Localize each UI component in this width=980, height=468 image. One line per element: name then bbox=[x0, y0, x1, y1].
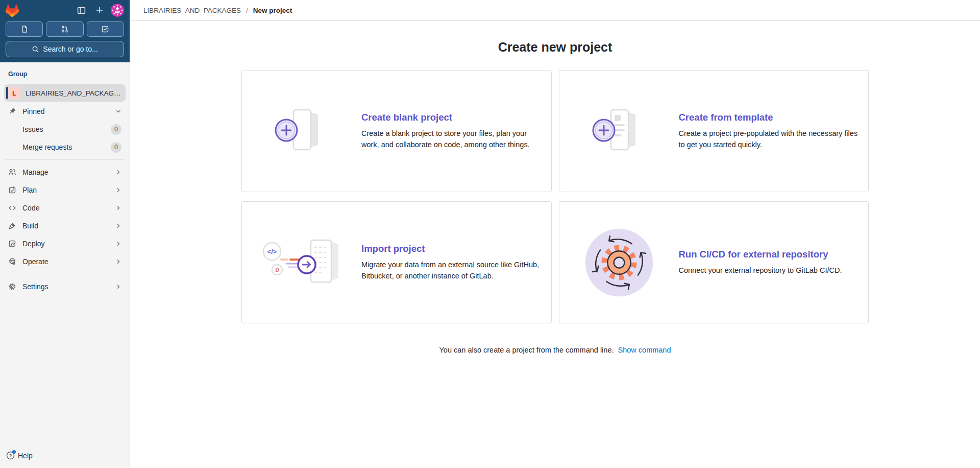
pin-icon bbox=[8, 107, 16, 115]
gitlab-logo[interactable] bbox=[6, 4, 19, 17]
code-icon bbox=[8, 204, 16, 212]
issues-count-badge: 0 bbox=[111, 124, 121, 135]
merge-requests-count-badge: 0 bbox=[111, 142, 121, 153]
help-button[interactable]: ? Help bbox=[6, 451, 33, 460]
help-icon: ? bbox=[6, 451, 15, 460]
svg-text:D: D bbox=[275, 267, 279, 273]
breadcrumb-group-link[interactable]: LIBRAIRIES_AND_PACKAGES bbox=[143, 7, 241, 14]
todo-list-shortcut-button[interactable] bbox=[87, 21, 124, 37]
sidebar-item-code[interactable]: Code bbox=[4, 200, 126, 216]
sidebar-divider bbox=[5, 159, 125, 160]
create-blank-project-link[interactable]: Create blank project bbox=[361, 112, 541, 123]
breadcrumb-current-page: New project bbox=[253, 7, 292, 14]
chevron-right-icon bbox=[115, 205, 121, 211]
sidebar-toggle-icon[interactable] bbox=[74, 3, 88, 17]
merge-request-icon bbox=[61, 25, 69, 33]
operate-globe-icon bbox=[8, 258, 16, 266]
create-new-plus-icon[interactable] bbox=[92, 3, 107, 17]
create-from-template-link[interactable]: Create from template bbox=[679, 112, 859, 123]
run-cicd-link[interactable]: Run CI/CD for external repository bbox=[679, 249, 859, 260]
chevron-right-icon bbox=[115, 223, 121, 229]
group-name: LIBRAIRIES_AND_PACKAGES bbox=[26, 89, 121, 97]
create-blank-project-card[interactable]: Create blank project Create a blank proj… bbox=[241, 70, 552, 192]
sidebar-item-issues[interactable]: Issues 0 bbox=[4, 121, 126, 137]
cicd-illustration-icon bbox=[559, 226, 679, 299]
chevron-right-icon bbox=[115, 241, 121, 247]
sidebar-item-plan[interactable]: Plan bbox=[4, 182, 126, 198]
show-command-link[interactable]: Show command bbox=[618, 346, 671, 354]
run-cicd-card[interactable]: Run CI/CD for external repository Connec… bbox=[559, 201, 869, 323]
sidebar-divider bbox=[5, 274, 125, 274]
sidebar-header: Search or go to... bbox=[0, 0, 130, 62]
chevron-right-icon bbox=[115, 187, 121, 193]
sidebar-item-operate[interactable]: Operate bbox=[4, 253, 126, 270]
svg-text:</>: </> bbox=[267, 248, 277, 255]
sidebar-item-group[interactable]: L LIBRAIRIES_AND_PACKAGES bbox=[4, 84, 126, 102]
sidebar-item-pinned[interactable]: Pinned bbox=[4, 103, 126, 120]
deploy-icon bbox=[8, 240, 16, 248]
main-content: LIBRAIRIES_AND_PACKAGES / New project Cr… bbox=[130, 0, 980, 468]
help-label: Help bbox=[18, 452, 33, 460]
search-placeholder: Search or go to... bbox=[43, 45, 97, 53]
sidebar-item-merge-requests[interactable]: Merge requests 0 bbox=[4, 139, 126, 155]
help-notification-dot bbox=[12, 450, 16, 454]
create-blank-project-description: Create a blank project to store your fil… bbox=[361, 128, 541, 151]
search-input[interactable]: Search or go to... bbox=[6, 41, 124, 57]
create-from-template-card[interactable]: Create from template Create a project pr… bbox=[559, 70, 869, 192]
blank-project-illustration-icon bbox=[242, 107, 361, 156]
create-from-template-description: Create a project pre-populated with the … bbox=[679, 128, 859, 151]
merge-requests-shortcut-button[interactable] bbox=[46, 21, 83, 37]
import-project-description: Migrate your data from an external sourc… bbox=[361, 260, 541, 282]
breadcrumb-separator: / bbox=[246, 7, 248, 14]
breadcrumb: LIBRAIRIES_AND_PACKAGES / New project bbox=[130, 0, 980, 21]
chevron-right-icon bbox=[115, 169, 121, 175]
pinned-label: Pinned bbox=[22, 107, 115, 115]
rocket-icon bbox=[8, 222, 16, 230]
chevron-right-icon bbox=[115, 284, 121, 290]
project-options-grid: Create blank project Create a blank proj… bbox=[241, 70, 869, 323]
sidebar-item-manage[interactable]: Manage bbox=[4, 164, 126, 180]
chevron-right-icon bbox=[115, 259, 121, 265]
page-title: Create new project bbox=[130, 39, 980, 55]
calendar-icon bbox=[8, 186, 16, 194]
import-project-card[interactable]: </> D Import project Migrate your data f… bbox=[241, 201, 552, 323]
chevron-down-icon bbox=[115, 108, 121, 114]
sidebar-item-settings[interactable]: Settings bbox=[4, 278, 126, 295]
issue-document-icon bbox=[20, 25, 29, 33]
search-icon bbox=[32, 45, 39, 53]
sidebar-item-build[interactable]: Build bbox=[4, 218, 126, 234]
users-icon bbox=[8, 168, 16, 176]
import-project-link[interactable]: Import project bbox=[361, 243, 541, 254]
gear-icon bbox=[8, 283, 16, 291]
user-avatar[interactable] bbox=[111, 4, 124, 17]
issues-shortcut-button[interactable] bbox=[6, 21, 43, 37]
import-illustration-icon: </> D bbox=[242, 237, 361, 288]
command-line-hint: You can also create a project from the c… bbox=[130, 346, 980, 354]
command-line-text: You can also create a project from the c… bbox=[439, 346, 614, 354]
run-cicd-description: Connect your external repository to GitL… bbox=[679, 265, 859, 276]
sidebar-item-deploy[interactable]: Deploy bbox=[4, 236, 126, 252]
svg-text:?: ? bbox=[9, 453, 12, 458]
super-sidebar: Search or go to... Group L LIBRAIRIES_AN… bbox=[0, 0, 130, 468]
context-section-label: Group bbox=[0, 64, 130, 83]
template-illustration-icon bbox=[559, 107, 679, 156]
todo-check-icon bbox=[101, 25, 109, 33]
group-avatar: L bbox=[8, 87, 20, 99]
